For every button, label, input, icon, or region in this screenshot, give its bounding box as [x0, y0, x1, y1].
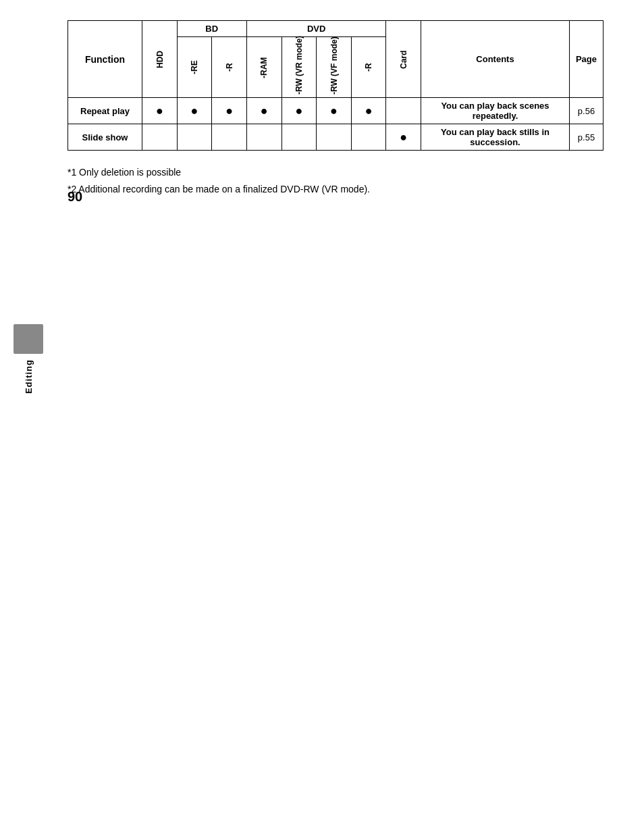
footnotes-section: *1 Only deletion is possible *2 Addition…	[68, 164, 603, 198]
row1-dvd-rw-vf: ●	[317, 98, 352, 124]
row2-dvd-r	[351, 124, 386, 151]
page-number: 90	[68, 189, 82, 205]
col-header-bd-r: -R	[212, 37, 247, 98]
col-header-function: Function	[68, 21, 142, 98]
row1-dvd-r: ●	[351, 98, 386, 124]
col-header-dvd-rw-vf: -RW (VF mode)	[317, 37, 352, 98]
row1-dvd-rw-vr: ●	[281, 98, 317, 124]
row2-card: ●	[386, 124, 421, 151]
row2-dvd-ram	[246, 124, 281, 151]
col-header-dvd-rw-vr: -RW (VR mode)	[281, 37, 317, 98]
row2-bd-r	[212, 124, 247, 151]
group-header-bd: BD	[177, 21, 246, 37]
row2-hdd	[142, 124, 178, 151]
table-row: Repeat play ● ● ● ● ● ●	[68, 98, 603, 124]
footnote-1: *1 Only deletion is possible	[68, 164, 603, 181]
col-header-page: Page	[570, 21, 603, 98]
side-color-box	[14, 324, 43, 354]
row2-contents: You can play back stills in succession.	[421, 124, 570, 151]
col-header-hdd: HDD	[142, 21, 178, 98]
side-label-container: Editing	[14, 324, 43, 394]
row-function-1: Repeat play	[68, 98, 142, 124]
row2-bd-re	[177, 124, 212, 151]
group-header-dvd: DVD	[246, 21, 386, 37]
row1-card	[386, 98, 421, 124]
row1-dvd-ram: ●	[246, 98, 281, 124]
row2-dvd-rw-vr	[281, 124, 317, 151]
row1-hdd: ●	[142, 98, 178, 124]
row2-dvd-rw-vf	[317, 124, 352, 151]
row1-bd-r: ●	[212, 98, 247, 124]
row1-bd-re: ●	[177, 98, 212, 124]
col-header-card: Card	[386, 21, 421, 98]
row1-contents: You can play back scenes repeatedly.	[421, 98, 570, 124]
row1-page: p.56	[570, 98, 603, 124]
col-header-dvd-r: -R	[351, 37, 386, 98]
col-header-dvd-ram: -RAM	[246, 37, 281, 98]
col-header-bd-re: -RE	[177, 37, 212, 98]
side-label-text: Editing	[24, 359, 34, 394]
col-header-contents: Contents	[421, 21, 570, 98]
row2-page: p.55	[570, 124, 603, 151]
feature-table: Function HDD BD DVD Card Contents	[68, 20, 603, 151]
footnote-2: *2 Additional recording can be made on a…	[68, 181, 603, 198]
row-function-2: Slide show	[68, 124, 142, 151]
table-row: Slide show	[68, 124, 603, 151]
